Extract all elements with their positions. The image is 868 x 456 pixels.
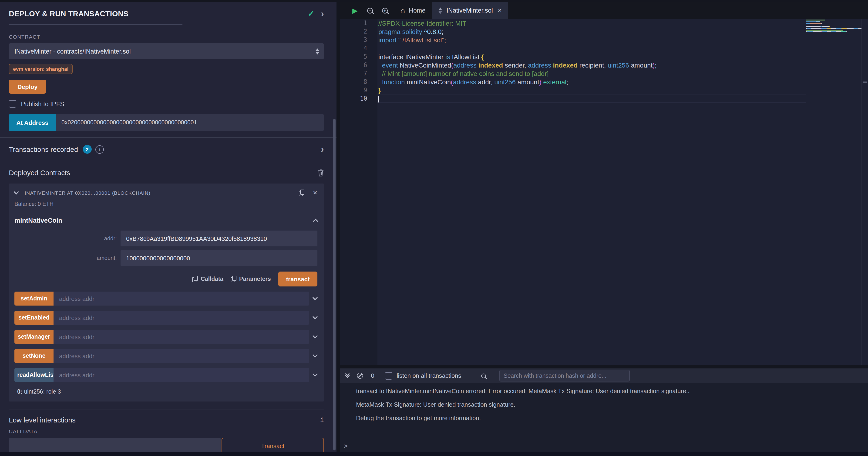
terminal-search-input[interactable] <box>499 370 630 381</box>
home-icon: ⌂ <box>401 7 405 14</box>
copy-icon <box>192 276 198 282</box>
deploy-button[interactable]: Deploy <box>9 80 46 94</box>
info-icon: i <box>95 145 103 153</box>
terminal-line-1: transact to INativeMinter.mintNativeCoin… <box>340 388 868 395</box>
setNone-expand-chevron-icon[interactable] <box>309 355 321 357</box>
panel-editor-divider[interactable] <box>337 0 340 456</box>
editor-tabbar: ▶ − + ⌂ Home INativeMinter.sol ✕ <box>340 2 868 19</box>
terminal-prompt[interactable]: > <box>344 443 347 450</box>
code-line-6[interactable]: event NativeCoinMinted(address indexed s… <box>377 61 806 69</box>
publish-ipfs-label: Publish to IPFS <box>21 101 64 107</box>
function-row-setManager: setManageraddress addr <box>14 330 321 344</box>
at-address-button[interactable]: At Address <box>9 114 56 131</box>
code-line-1[interactable]: //SPDX-License-Identifier: MIT <box>377 19 806 27</box>
code-line-8[interactable]: function mintNativeCoin(address addr, ui… <box>377 78 806 86</box>
setEnabled-button[interactable]: setEnabled <box>14 311 54 325</box>
code-line-10[interactable] <box>377 94 806 103</box>
function-collapse-chevron-icon[interactable] <box>313 219 318 224</box>
select-arrows-icon <box>315 48 319 54</box>
clear-instances-trash-icon[interactable] <box>317 169 324 176</box>
setAdmin-expand-chevron-icon[interactable] <box>309 297 321 300</box>
tab-inativeminter[interactable]: INativeMinter.sol ✕ <box>432 2 508 19</box>
evm-version-badge: evm version: shanghai <box>9 64 72 74</box>
copy-address-icon[interactable] <box>299 190 304 196</box>
copy-icon <box>231 276 237 282</box>
low-level-calldata-input[interactable] <box>9 438 221 452</box>
calldata-copy-link[interactable]: Calldata <box>192 276 223 282</box>
editor-scrollbar[interactable] <box>862 19 868 365</box>
low-level-title: Low level interactions <box>9 416 75 424</box>
text-cursor <box>378 96 379 103</box>
tab-home[interactable]: ⌂ Home <box>394 2 432 19</box>
listen-all-transactions-label: listen on all transactions <box>397 372 461 379</box>
window-top-strip <box>0 0 868 2</box>
terminal-resize-handle[interactable] <box>340 365 868 368</box>
low-level-info-icon[interactable]: i <box>320 416 324 423</box>
contract-instance-card: INATIVEMINTER AT 0X020...00001 (BLOCKCHA… <box>9 183 324 401</box>
contract-select[interactable]: INativeMinter - contracts/INativeMinter.… <box>9 43 324 59</box>
listen-all-transactions-checkbox[interactable] <box>385 372 392 379</box>
transactions-recorded-section[interactable]: Transactions recorded 2 i › <box>0 137 337 161</box>
compile-success-check-icon: ✓ <box>308 9 315 19</box>
code-editor[interactable]: 12345678910 //SPDX-License-Identifier: M… <box>340 19 868 365</box>
editor-scrollbar-thumb[interactable] <box>863 82 867 83</box>
readAllowList-expand-chevron-icon[interactable] <box>309 374 321 376</box>
editor-minimap[interactable] <box>806 19 862 365</box>
code-line-3[interactable]: import "./IAllowList.sol"; <box>377 36 806 44</box>
contract-select-value: INativeMinter - contracts/INativeMinter.… <box>14 48 131 55</box>
amount-param-input[interactable]: 1000000000000000000 <box>121 250 317 266</box>
panel-scrollbar[interactable] <box>333 119 336 450</box>
publish-ipfs-checkbox[interactable] <box>9 100 16 108</box>
code-line-5[interactable]: interface INativeMinter is IAllowList { <box>377 53 806 61</box>
code-line-2[interactable]: pragma solidity ^0.8.0; <box>377 27 806 36</box>
code-line-7[interactable]: // Mint [amount] number of native coins … <box>377 69 806 78</box>
section-divider <box>9 409 324 409</box>
deploy-run-panel: DEPLOY & RUN TRANSACTIONS ✓ › CONTRACT I… <box>0 2 337 452</box>
editor-code-area[interactable]: //SPDX-License-Identifier: MITpragma sol… <box>377 19 806 365</box>
function-name: mintNativeCoin <box>14 217 62 224</box>
setAdmin-button[interactable]: setAdmin <box>14 292 54 306</box>
transactions-count-badge: 2 <box>83 145 91 154</box>
tab-close-icon[interactable]: ✕ <box>498 7 502 13</box>
amount-param-label: amount: <box>9 255 121 261</box>
contract-label: CONTRACT <box>0 34 337 39</box>
zoom-in-icon[interactable]: + <box>382 8 388 13</box>
transactions-expand-chevron-icon[interactable]: › <box>321 145 324 154</box>
pending-tx-count: 0 <box>371 372 374 379</box>
at-address-input[interactable]: 0x02000000000000000000000000000000000000… <box>56 114 324 131</box>
expand-terminal-chevrons-icon[interactable] <box>346 374 349 377</box>
collapse-panel-chevron-icon[interactable]: › <box>321 9 324 18</box>
setEnabled-input[interactable]: address addr <box>54 311 309 325</box>
parameters-copy-link[interactable]: Parameters <box>231 276 271 282</box>
deployed-contracts-title: Deployed Contracts <box>9 169 70 176</box>
title-underline <box>9 24 182 25</box>
run-script-play-icon[interactable]: ▶ <box>352 7 358 14</box>
clear-terminal-icon[interactable] <box>357 373 363 379</box>
remove-instance-icon[interactable]: ✕ <box>313 190 317 196</box>
transact-button[interactable]: transact <box>278 272 317 286</box>
terminal-line-2: MetaMask Tx Signature: User denied trans… <box>340 401 868 408</box>
low-level-transact-button[interactable]: Transact <box>221 438 324 452</box>
function-rows: setAdminaddress addrsetEnabledaddress ad… <box>9 292 324 382</box>
terminal-toolbar: 0 listen on all transactions <box>340 368 868 383</box>
addr-param-input[interactable]: 0xB78cbAa319ffBD899951AA30D4320f58189383… <box>121 231 317 247</box>
setManager-button[interactable]: setManager <box>14 330 54 344</box>
function-row-setAdmin: setAdminaddress addr <box>14 292 321 306</box>
readAllowList-input[interactable]: address addr <box>54 368 309 382</box>
zoom-out-icon[interactable]: − <box>367 8 373 13</box>
instance-collapse-chevron-icon[interactable] <box>14 189 19 195</box>
instance-title: INATIVEMINTER AT 0X020...00001 (BLOCKCHA… <box>25 190 151 196</box>
code-line-4[interactable] <box>377 44 806 53</box>
code-line-9[interactable]: } <box>377 86 806 94</box>
readAllowList-button[interactable]: readAllowList <box>14 368 54 382</box>
setNone-button[interactable]: setNone <box>14 349 54 363</box>
setNone-input[interactable]: address addr <box>54 349 309 363</box>
solidity-file-icon <box>438 7 443 14</box>
setEnabled-expand-chevron-icon[interactable] <box>309 317 321 319</box>
setAdmin-input[interactable]: address addr <box>54 292 309 306</box>
terminal-output[interactable]: transact to INativeMinter.mintNativeCoin… <box>340 383 868 452</box>
setManager-input[interactable]: address addr <box>54 330 309 344</box>
function-row-setEnabled: setEnabledaddress addr <box>14 311 321 325</box>
setManager-expand-chevron-icon[interactable] <box>309 336 321 338</box>
panel-title: DEPLOY & RUN TRANSACTIONS <box>9 9 128 18</box>
